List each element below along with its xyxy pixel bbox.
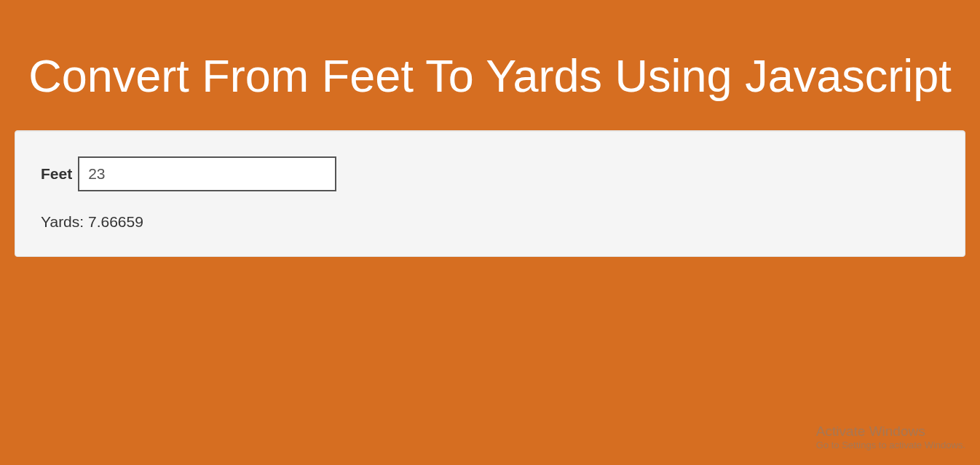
- yards-value: 7.66659: [88, 213, 143, 230]
- yards-output: Yards: 7.66659: [41, 213, 939, 231]
- page-title: Convert From Feet To Yards Using Javascr…: [15, 51, 965, 101]
- feet-label: Feet: [41, 165, 72, 183]
- feet-input-wrapper: [78, 156, 336, 191]
- feet-input[interactable]: [78, 156, 336, 191]
- converter-panel: Feet Yards: 7.66659: [15, 130, 965, 257]
- page-container: Convert From Feet To Yards Using Javascr…: [0, 0, 980, 286]
- watermark-sub: Go to Settings to activate Windows.: [816, 440, 965, 450]
- watermark-title: Activate Windows: [816, 424, 965, 440]
- feet-row: Feet: [41, 156, 939, 191]
- yards-label: Yards:: [41, 213, 84, 230]
- windows-watermark: Activate Windows Go to Settings to activ…: [816, 424, 965, 450]
